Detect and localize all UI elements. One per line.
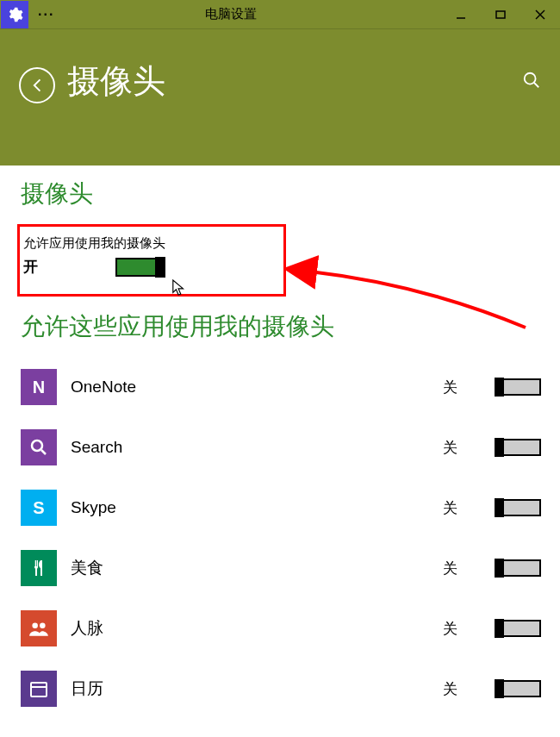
svg-line-5 (534, 83, 539, 88)
app-icon (21, 429, 57, 465)
gear-icon[interactable] (1, 1, 28, 28)
search-icon[interactable] (522, 71, 541, 93)
toggle-state-text: 开 (23, 257, 38, 277)
app-toggle[interactable] (495, 439, 541, 456)
titlebar: ··· 电脑设置 (0, 0, 560, 29)
app-name: Skype (71, 498, 443, 517)
app-icon: N (21, 369, 57, 405)
page-title: 摄像头 (67, 64, 165, 100)
svg-point-9 (40, 623, 46, 629)
app-toggle[interactable] (495, 499, 541, 516)
close-button[interactable] (520, 0, 560, 29)
permission-label: 允许应用使用我的摄像头 (23, 235, 275, 252)
annotation-highlight: 允许应用使用我的摄像头 开 (17, 224, 286, 297)
window-controls (441, 0, 560, 29)
app-icon (21, 671, 57, 707)
app-toggle[interactable] (495, 378, 541, 396)
camera-master-toggle[interactable] (115, 258, 165, 277)
apps-section-title: 允许这些应用使用我的摄像头 (21, 310, 544, 343)
app-toggle[interactable] (495, 680, 541, 697)
app-state-text: 关 (443, 559, 469, 578)
page-header: 摄像头 (0, 29, 560, 166)
window-title: 电脑设置 (63, 6, 441, 22)
app-icon (21, 550, 57, 586)
app-state-text: 关 (443, 679, 469, 699)
svg-point-6 (32, 440, 42, 451)
app-toggle[interactable] (495, 559, 541, 577)
main-toggle-row: 开 (23, 257, 275, 277)
svg-point-4 (525, 73, 536, 84)
content-area[interactable]: 摄像头 允许应用使用我的摄像头 开 允许这些应用使用我的摄像头 NOneNote… (0, 166, 560, 737)
app-name: 日历 (71, 678, 443, 700)
svg-rect-1 (496, 11, 505, 18)
svg-line-7 (41, 450, 46, 454)
app-row: 美食关 (21, 538, 544, 598)
svg-rect-10 (31, 683, 47, 696)
app-toggle[interactable] (495, 620, 541, 637)
app-name: 人脉 (71, 617, 443, 640)
app-row: 日历关 (21, 659, 544, 719)
app-icon: S (21, 490, 57, 526)
cursor-icon (171, 278, 187, 301)
app-state-text: 关 (443, 498, 469, 518)
app-state-text: 关 (443, 438, 469, 458)
section-title: 摄像头 (21, 178, 544, 210)
menu-button[interactable]: ··· (29, 7, 63, 22)
minimize-button[interactable] (441, 0, 481, 29)
app-row: SSkype关 (21, 478, 544, 538)
titlebar-left: ··· (0, 0, 63, 29)
svg-point-8 (32, 623, 38, 629)
app-state-text: 关 (443, 619, 469, 639)
app-state-text: 关 (443, 378, 469, 397)
app-name: OneNote (71, 378, 443, 397)
app-name: 美食 (71, 557, 443, 579)
app-name: Search (71, 438, 443, 457)
app-row: 人脉关 (21, 598, 544, 659)
app-row: Search关 (21, 417, 544, 478)
maximize-button[interactable] (481, 0, 520, 29)
app-icon (21, 610, 57, 646)
app-list: NOneNote关Search关SSkype关美食关人脉关日历关 (21, 357, 544, 719)
app-row: NOneNote关 (21, 357, 544, 417)
back-button[interactable] (19, 67, 55, 103)
